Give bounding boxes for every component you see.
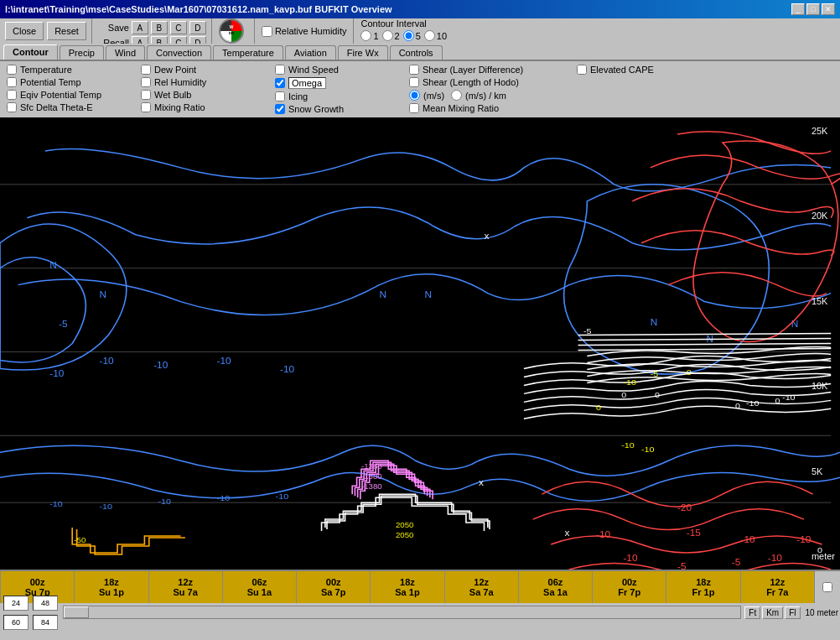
coord-24: 24	[3, 596, 29, 611]
svg-text:-1380: -1380	[361, 463, 382, 471]
svg-text:-5: -5	[677, 561, 687, 570]
minimize-button[interactable]: _	[791, 3, 805, 15]
opt-wet-bulb[interactable]: Wet Bulb	[141, 90, 275, 100]
title-bar: l:\intranet\Training\mse\CaseStudies\Mar…	[0, 0, 840, 18]
opt-rel-humidity[interactable]: Rel Humidity	[141, 77, 275, 87]
rel-humidity-label: Relative Humidity	[275, 26, 347, 36]
tab-temperature[interactable]: Temperature	[213, 45, 283, 60]
time-line1-1: 18z	[104, 577, 119, 587]
opt-dew-point[interactable]: Dew Point	[141, 65, 275, 75]
save-slot-d[interactable]: D	[189, 21, 206, 34]
opt-temperature[interactable]: Temperature	[7, 65, 141, 75]
options-col-5: Elevated CAPE	[577, 65, 711, 114]
svg-text:-5: -5	[59, 319, 68, 329]
tab-controls[interactable]: Controls	[390, 45, 443, 60]
time-line2-2: Su 7a	[173, 587, 197, 597]
scrollbar-thumb[interactable]	[64, 606, 89, 618]
radio-ms[interactable]: (m/s)	[409, 90, 444, 101]
time-line2-3: Su 1a	[247, 587, 272, 597]
svg-text:N: N	[651, 317, 658, 327]
opt-shear-layer[interactable]: Shear (Layer Difference)	[409, 65, 577, 75]
save-slot-b[interactable]: B	[151, 21, 168, 34]
time-cell-10: 12z Fr 7a	[741, 571, 815, 603]
scale-label: 10 meter	[806, 608, 838, 617]
opt-shear-hodo[interactable]: Shear (Length of Hodo)	[409, 77, 577, 87]
contour-2[interactable]: 2	[382, 30, 400, 41]
svg-text:-15: -15	[687, 528, 701, 538]
app-logo: W DR	[219, 18, 244, 44]
svg-text:-10: -10	[158, 497, 172, 506]
tab-wind[interactable]: Wind	[106, 45, 145, 60]
svg-text:-1380: -1380	[361, 482, 382, 491]
save-slot-c[interactable]: C	[170, 21, 187, 34]
contour-5[interactable]: 5	[403, 30, 421, 41]
time-cell-9: 18z Fr 1p	[666, 571, 740, 603]
unit-ft[interactable]: Ft	[744, 606, 760, 619]
tab-precip[interactable]: Precip	[60, 45, 104, 60]
svg-text:0: 0	[735, 402, 740, 411]
svg-text:-1380: -1380	[361, 473, 382, 481]
opt-icing[interactable]: Icing	[275, 91, 409, 101]
elev-10k: 10K	[811, 381, 835, 391]
time-line2-6: Sa 7a	[469, 587, 494, 597]
contour-1[interactable]: 1	[360, 30, 378, 41]
options-col-3: Wind Speed Omega Icing Snow Growth	[275, 65, 409, 114]
svg-text:N: N	[49, 260, 57, 270]
tab-fire-wx[interactable]: Fire Wx	[338, 45, 388, 60]
unit-buttons: Ft Km Fl 10 meter	[743, 605, 840, 621]
unit-fl[interactable]: Fl	[785, 606, 800, 619]
svg-text:x: x	[479, 478, 484, 488]
coord-60: 60	[3, 615, 29, 630]
coord-bar: 24 48 60 84 Ft Km Fl 10 meter	[0, 603, 840, 622]
save-slot-a[interactable]: A	[132, 21, 148, 34]
time-line2-8: Fr 7p	[618, 587, 640, 597]
close-btn[interactable]: Close	[5, 22, 44, 40]
unit-km[interactable]: Km	[762, 606, 783, 619]
opt-elevated-cape[interactable]: Elevated CAPE	[577, 65, 711, 75]
time-line2-9: Fr 1p	[692, 587, 715, 597]
time-checkbox[interactable]	[822, 582, 832, 592]
svg-text:-10: -10	[768, 553, 782, 563]
time-line1-5: 18z	[400, 577, 415, 587]
svg-rect-3	[0, 117, 840, 570]
window-title: l:\intranet\Training\mse\CaseStudies\Mar…	[5, 4, 392, 14]
opt-sfc-delta[interactable]: Sfc Delta Theta-E	[7, 102, 141, 112]
maximize-button[interactable]: □	[806, 3, 820, 15]
svg-text:-10: -10	[217, 356, 231, 367]
reset-btn[interactable]: Reset	[47, 22, 86, 40]
contour-10[interactable]: 10	[424, 30, 447, 41]
time-line1-3: 06z	[252, 577, 267, 587]
time-cell-1: 18z Su 1p	[75, 571, 148, 603]
opt-wind-speed[interactable]: Wind Speed	[275, 65, 409, 75]
svg-text:N: N	[380, 289, 387, 299]
svg-text:-10: -10	[796, 534, 811, 544]
svg-text:2050: 2050	[396, 521, 414, 529]
opt-potential-temp[interactable]: Potential Temp	[7, 77, 141, 87]
tab-contour[interactable]: Contour	[3, 44, 58, 60]
omega-checkbox[interactable]	[275, 78, 285, 88]
time-line2-5: Sa 1p	[395, 587, 419, 597]
opt-mixing-ratio[interactable]: Mixing Ratio	[141, 102, 275, 112]
opt-snow-growth[interactable]: Snow Growth	[275, 104, 409, 114]
save-label: Save	[97, 23, 129, 33]
coord-84: 84	[33, 615, 58, 630]
svg-text:2050: 2050	[396, 531, 414, 539]
radio-ms-km[interactable]: (m/s) / km	[451, 90, 506, 101]
elev-25k: 25K	[811, 126, 835, 136]
time-labels: 00z Su 7p 18z Su 1p 12z Su 7a 06z Su 1a …	[0, 571, 840, 603]
svg-text:-10: -10	[276, 492, 289, 502]
shear-unit-radios: (m/s) (m/s) / km	[409, 90, 577, 101]
horizontal-scrollbar[interactable]	[63, 606, 741, 619]
rel-humidity-check[interactable]	[262, 26, 272, 37]
opt-eqiv-potential[interactable]: Eqiv Potential Temp	[7, 90, 141, 100]
opt-mean-mixing[interactable]: Mean Mixing Ratio	[409, 103, 577, 113]
svg-text:N: N	[100, 289, 107, 299]
tab-convection[interactable]: Convection	[147, 45, 211, 60]
elev-20k: 20K	[811, 211, 835, 221]
time-cell-8: 00z Fr 7p	[593, 571, 666, 603]
svg-text:-20: -20	[677, 503, 692, 513]
svg-text:-10: -10	[623, 553, 637, 563]
time-line2-1: Su 1p	[99, 587, 124, 597]
tab-aviation[interactable]: Aviation	[285, 45, 336, 60]
close-button[interactable]: ✕	[822, 3, 835, 15]
